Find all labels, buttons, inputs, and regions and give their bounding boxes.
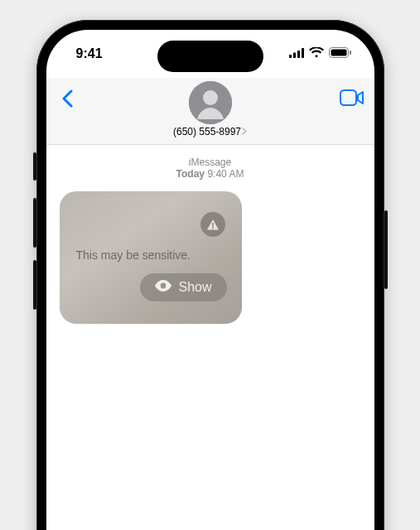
cellular-icon bbox=[289, 46, 304, 61]
conversation-header: (650) 555-8997 bbox=[46, 78, 374, 145]
svg-rect-9 bbox=[340, 90, 356, 105]
facetime-button[interactable] bbox=[331, 81, 364, 109]
incoming-message: This may be sensitive. Show bbox=[60, 191, 242, 324]
svg-rect-10 bbox=[212, 223, 214, 227]
svg-rect-5 bbox=[331, 50, 346, 56]
chevron-right-icon bbox=[242, 126, 247, 137]
wifi-icon bbox=[309, 46, 324, 61]
sensitive-content-bubble: This may be sensitive. Show bbox=[60, 191, 242, 324]
iphone-frame: 9:41 bbox=[36, 20, 384, 530]
show-button[interactable]: Show bbox=[140, 273, 226, 301]
svg-rect-6 bbox=[350, 51, 351, 55]
svg-point-12 bbox=[161, 283, 167, 289]
svg-point-11 bbox=[212, 227, 214, 229]
service-label: iMessage bbox=[56, 157, 364, 168]
contact-name: (650) 555-8997 bbox=[173, 126, 241, 137]
contact-info[interactable]: (650) 555-8997 bbox=[89, 81, 331, 137]
side-button bbox=[33, 198, 36, 248]
svg-rect-0 bbox=[289, 55, 292, 58]
sensitive-warning-text: This may be sensitive. bbox=[76, 248, 191, 262]
screen: 9:41 bbox=[46, 30, 374, 530]
back-button[interactable] bbox=[56, 81, 89, 111]
back-chevron-icon bbox=[61, 89, 73, 108]
status-time: 9:41 bbox=[76, 46, 103, 61]
side-button bbox=[33, 152, 36, 181]
warning-badge bbox=[200, 212, 225, 237]
battery-icon bbox=[329, 46, 351, 61]
side-button bbox=[33, 260, 36, 310]
svg-point-8 bbox=[203, 90, 218, 105]
svg-rect-2 bbox=[297, 51, 300, 58]
eye-icon bbox=[155, 280, 171, 295]
timestamp-day: Today bbox=[176, 168, 205, 180]
conversation-area: iMessage Today 9:40 AM This may be sensi… bbox=[46, 145, 374, 335]
dynamic-island bbox=[157, 41, 263, 72]
side-button bbox=[384, 210, 388, 289]
show-button-label: Show bbox=[178, 280, 211, 295]
timestamp-time: 9:40 AM bbox=[207, 168, 244, 180]
svg-rect-3 bbox=[302, 48, 304, 58]
warning-triangle-icon bbox=[206, 219, 220, 231]
timestamp: Today 9:40 AM bbox=[56, 168, 364, 180]
contact-avatar-icon bbox=[189, 81, 232, 124]
svg-rect-1 bbox=[293, 53, 296, 59]
video-icon bbox=[340, 89, 364, 106]
